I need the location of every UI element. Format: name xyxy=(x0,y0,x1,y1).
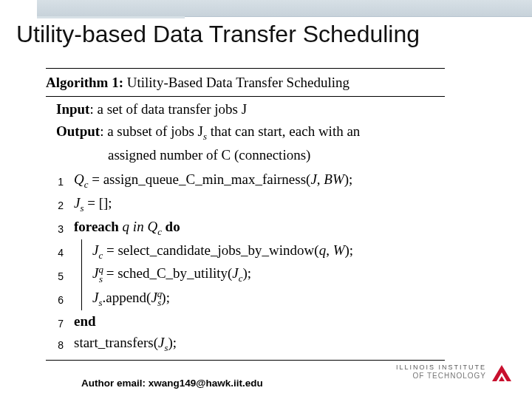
line-number: 6 xyxy=(46,293,74,309)
line-number: 4 xyxy=(46,245,74,262)
input-line: Input: a set of data transfer jobs J xyxy=(46,98,445,120)
output-line-1: Output: a subset of jobs Js that can sta… xyxy=(46,120,445,144)
iit-logo-line2: OF TECHNOLOGY xyxy=(413,372,487,380)
algo-line-1: 1 Qc = assign_queue_C_min_max_fairness(J… xyxy=(46,168,445,192)
input-text: a set of data transfer jobs J xyxy=(97,101,247,117)
algo-line-3: 3 foreach q in Qc do xyxy=(46,216,445,239)
slide: Utility-based Data Transfer Scheduling A… xyxy=(0,0,532,399)
rule-mid1 xyxy=(46,96,445,97)
output-text-b: that can start, each with an xyxy=(207,123,360,139)
algorithm-block: Algorithm 1: Utility-Based Data Transfer… xyxy=(46,66,445,361)
rule-top xyxy=(46,68,445,69)
line-number: 5 xyxy=(46,269,74,285)
line-number: 3 xyxy=(46,222,74,238)
algorithm-body: 1 Qc = assign_queue_C_min_max_fairness(J… xyxy=(46,166,445,355)
algo-line-8: 8 start_transfers(Js); xyxy=(46,332,445,355)
line-number: 7 xyxy=(46,316,74,332)
algorithm-header: Algorithm 1: Utility-Based Data Transfer… xyxy=(46,70,445,95)
output-line-2: assigned number of C (connections) xyxy=(46,144,445,166)
algo-line-5: 5 Jqs = sched_C_by_utility(Jc); xyxy=(46,262,445,286)
email-prefix: Author email: xyxy=(81,378,149,389)
page-title: Utility-based Data Transfer Scheduling xyxy=(16,21,420,48)
algo-line-6: 6 Js.append(Jqs); xyxy=(46,287,445,310)
iit-logo-triangle-icon xyxy=(491,362,513,384)
algorithm-name: Utility-Based Data Transfer Scheduling xyxy=(127,75,349,90)
author-email: Author email: xwang149@hawk.iit.edu xyxy=(81,378,263,389)
top-strip-accent xyxy=(37,16,185,18)
input-label: Input xyxy=(56,101,89,117)
iit-logo: ILLINOIS INSTITUTE OF TECHNOLOGY xyxy=(372,362,513,387)
algo-line-2: 2 Js = []; xyxy=(46,192,445,216)
algorithm-number: Algorithm 1: xyxy=(46,75,123,90)
line-number: 2 xyxy=(46,198,74,214)
output-text-a: a subset of jobs J xyxy=(107,123,203,139)
algo-line-4: 4 Jc = select_candidate_jobs_by_window(q… xyxy=(46,239,445,263)
iit-logo-line1: ILLINOIS INSTITUTE xyxy=(396,364,486,371)
line-number: 8 xyxy=(46,338,74,354)
email-value: xwang149@hawk.iit.edu xyxy=(149,378,263,389)
algo-line-7: 7 end xyxy=(46,310,445,332)
line-number: 1 xyxy=(46,174,74,191)
output-label: Output xyxy=(56,123,100,139)
top-strip xyxy=(37,0,532,17)
output-text-c: assigned number of C (connections) xyxy=(108,147,310,163)
rule-bottom xyxy=(46,360,445,361)
